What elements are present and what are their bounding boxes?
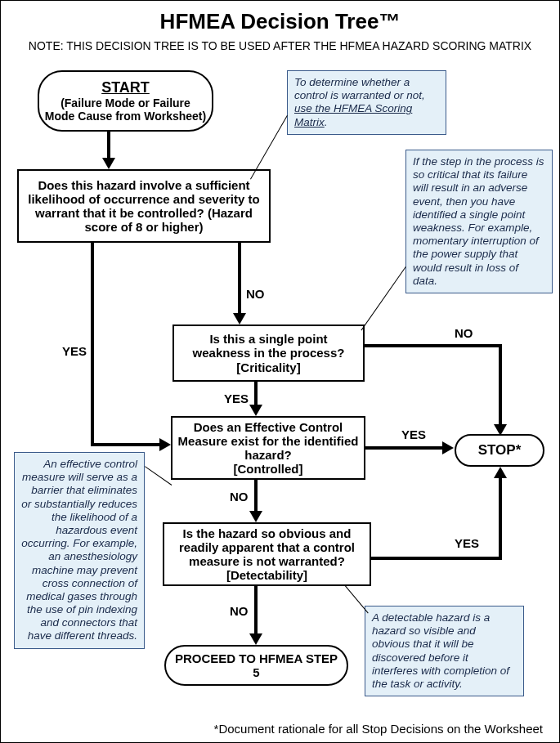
label-q4-no: NO — [230, 604, 249, 618]
node-q1-likelihood-severity: Does this hazard involve a sufficient li… — [17, 169, 271, 243]
edge-q1-no-v — [238, 243, 241, 315]
proceed-text: PROCEED TO HFMEA STEP 5 — [171, 651, 342, 680]
edge-q1-yes-h — [91, 443, 161, 446]
footer-note: *Document rationale for all Stop Decisio… — [214, 722, 543, 736]
label-q2-yes: YES — [224, 392, 249, 405]
note1-text-c: . — [325, 116, 328, 128]
node-q4-detectability: Is the hazard so obvious and readily app… — [163, 522, 371, 586]
arrow-q3-yes — [442, 441, 454, 454]
edge-q2-no-v — [499, 344, 502, 426]
note1-link: use the HFMEA Scoring Matrix — [294, 102, 412, 128]
label-q2-no: NO — [455, 326, 473, 340]
node-proceed: PROCEED TO HFMEA STEP 5 — [164, 645, 348, 686]
q1-text: Does this hazard involve a sufficient li… — [24, 178, 264, 235]
node-q3-controlled: Does an Effective Control Measure exist … — [171, 416, 365, 480]
arrow-q1-yes — [159, 438, 171, 451]
label-q4-yes: YES — [455, 536, 479, 550]
q4-text-b: [Detectability] — [226, 568, 307, 582]
q2-text-b: [Criticality] — [236, 360, 300, 374]
edge-q2-yes-v — [254, 382, 258, 406]
edge-q4-yes-h — [371, 557, 502, 560]
connector-note3-q3 — [145, 466, 172, 486]
node-stop: STOP* — [455, 434, 544, 467]
note3-text: An effective control measure will serve … — [21, 458, 137, 642]
label-q3-no: NO — [230, 490, 249, 504]
edge-q2-no-h — [365, 344, 502, 347]
page-subtitle: NOTE: THIS DECISION TREE IS TO BE USED A… — [1, 39, 559, 52]
page-title: HFMEA Decision Tree™ — [1, 9, 559, 34]
note1-text-a: To determine whether a control is warran… — [294, 76, 425, 101]
start-sub: (Failure Mode or Failure Mode Cause from… — [44, 96, 207, 123]
connector-q4-note4 — [344, 584, 369, 613]
arrow-q2-yes — [249, 405, 262, 416]
node-start: START (Failure Mode or Failure Mode Caus… — [38, 70, 213, 132]
edge-q3-yes-h — [365, 446, 444, 450]
diagram-page: HFMEA Decision Tree™ NOTE: THIS DECISION… — [0, 0, 560, 743]
note-single-point-weakness: If the step in the process is so critica… — [405, 150, 553, 293]
connector-note2-q2 — [361, 266, 406, 330]
q3-text-b: [Controlled] — [234, 462, 303, 476]
arrow-q4-yes — [494, 467, 507, 478]
node-q2-criticality: Is this a single point weakness in the p… — [172, 325, 365, 382]
start-head: START — [101, 79, 150, 96]
arrow-q3-no — [249, 511, 262, 522]
note2-text: If the step in the process is so critica… — [413, 155, 544, 287]
label-q1-yes: YES — [62, 344, 87, 358]
edge-q1-yes-v — [91, 243, 94, 443]
edge-start-q1 — [107, 132, 110, 159]
note4-text: A detectable hazard is a hazard so visib… — [372, 611, 509, 690]
note-control-warranted: To determine whether a control is warran… — [287, 70, 446, 135]
q2-text-a: Is this a single point weakness in the p… — [179, 332, 358, 360]
q4-text-a: Is the hazard so obvious and readily app… — [169, 526, 365, 569]
label-q1-no: NO — [246, 287, 265, 301]
stop-text: STOP* — [478, 442, 522, 459]
label-q3-yes: YES — [401, 427, 426, 441]
note-effective-control: An effective control measure will serve … — [14, 452, 145, 649]
note-detectable-hazard: A detectable hazard is a hazard so visib… — [365, 606, 524, 696]
arrow-start-q1 — [102, 158, 115, 169]
arrow-q1-no — [233, 313, 246, 325]
edge-q3-no-v — [254, 480, 258, 512]
edge-q4-yes-v — [499, 477, 502, 560]
arrow-q4-no — [249, 633, 262, 645]
q3-text-a: Does an Effective Control Measure exist … — [177, 420, 359, 463]
edge-q4-no-v — [254, 586, 258, 635]
